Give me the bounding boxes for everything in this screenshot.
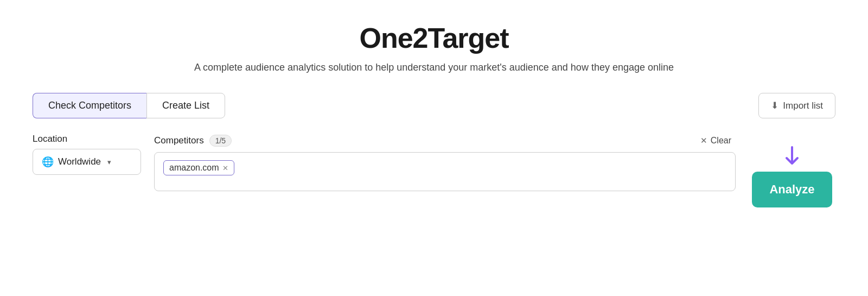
chevron-down-icon: ▾ xyxy=(107,158,111,166)
competitor-tag: amazon.com ✕ xyxy=(163,160,234,175)
globe-icon: 🌐 xyxy=(42,156,54,168)
competitors-count-badge: 1/5 xyxy=(209,135,232,147)
location-label: Location xyxy=(33,134,141,144)
competitors-label: Competitors xyxy=(154,135,204,146)
arrow-indicator xyxy=(778,144,806,174)
form-row: Location 🌐 Worldwide ▾ Competitors 1/5 ✕… xyxy=(33,134,835,207)
competitors-section: Competitors 1/5 ✕ Clear amazon.com ✕ xyxy=(154,134,736,191)
main-content: Check Competitors Create List ⬇ Import l… xyxy=(33,93,835,207)
location-section: Location 🌐 Worldwide ▾ xyxy=(33,134,141,175)
location-value: Worldwide xyxy=(58,156,101,167)
tabs-row: Check Competitors Create List ⬇ Import l… xyxy=(33,93,835,118)
clear-label: Clear xyxy=(711,136,731,146)
import-icon: ⬇ xyxy=(771,100,778,111)
competitor-tag-value: amazon.com xyxy=(169,163,219,173)
analyze-section: Analyze xyxy=(749,134,835,207)
location-dropdown[interactable]: 🌐 Worldwide ▾ xyxy=(33,149,141,175)
tag-remove-icon[interactable]: ✕ xyxy=(222,165,228,172)
tabs-group: Check Competitors Create List xyxy=(33,93,225,118)
import-list-button[interactable]: ⬇ Import list xyxy=(758,93,835,118)
page-title: One2Target xyxy=(359,22,508,54)
tab-check-competitors[interactable]: Check Competitors xyxy=(33,93,146,118)
competitors-header: Competitors 1/5 ✕ Clear xyxy=(154,134,736,148)
page-subtitle: A complete audience analytics solution t… xyxy=(194,62,674,73)
close-icon: ✕ xyxy=(700,136,707,146)
clear-button[interactable]: ✕ Clear xyxy=(696,134,736,148)
competitors-input-area[interactable]: amazon.com ✕ xyxy=(154,152,736,191)
competitors-label-group: Competitors 1/5 xyxy=(154,135,232,147)
arrow-down-icon xyxy=(778,144,806,172)
import-button-label: Import list xyxy=(783,100,823,111)
tab-create-list[interactable]: Create List xyxy=(146,93,225,118)
analyze-button[interactable]: Analyze xyxy=(752,172,832,207)
